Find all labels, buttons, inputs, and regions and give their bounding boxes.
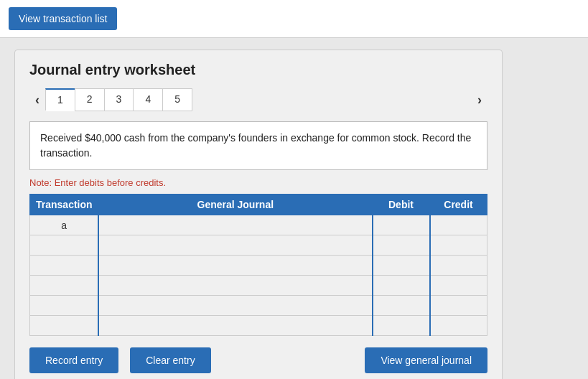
top-bar: View transaction list [0,0,588,38]
worksheet-box: Journal entry worksheet ‹ 1 2 3 4 5 › Re… [14,50,503,379]
tab-page-4[interactable]: 4 [133,88,162,111]
tab-page-2[interactable]: 2 [75,88,104,111]
tab-pages: 1 2 3 4 5 [45,88,192,111]
tab-page-1[interactable]: 1 [45,88,75,111]
table-row [30,276,487,296]
cell-credit-4[interactable] [430,296,487,316]
input-debit-3[interactable] [373,276,429,295]
header-general-journal: General Journal [98,195,372,215]
header-credit: Credit [430,195,487,215]
tab-page-5[interactable]: 5 [162,88,192,111]
cell-general-0[interactable] [98,215,372,235]
input-credit-4[interactable] [431,296,487,315]
worksheet-title: Journal entry worksheet [29,62,487,78]
table-row: a [30,215,487,235]
table-row [30,316,487,336]
input-debit-4[interactable] [373,296,429,315]
action-buttons: Record entry Clear entry View general jo… [29,347,487,373]
table-header-row: Transaction General Journal Debit Credit [30,195,487,215]
cell-credit-5[interactable] [430,316,487,336]
cell-general-1[interactable] [98,235,372,256]
table-row [30,235,487,256]
cell-general-3[interactable] [98,276,372,296]
cell-transaction-3 [30,276,99,296]
input-general-4[interactable] [99,296,371,315]
tab-navigation: ‹ 1 2 3 4 5 › [29,88,487,111]
input-general-1[interactable] [99,235,371,255]
view-general-journal-button[interactable]: View general journal [365,347,487,373]
cell-general-4[interactable] [98,296,372,316]
input-general-3[interactable] [99,276,371,295]
tab-page-3[interactable]: 3 [104,88,134,111]
input-debit-1[interactable] [373,235,429,255]
cell-transaction-0: a [30,215,99,235]
input-credit-0[interactable] [431,215,487,235]
input-general-2[interactable] [99,256,371,275]
table-row [30,296,487,316]
cell-credit-1[interactable] [430,235,487,256]
cell-debit-1[interactable] [373,235,430,256]
clear-entry-button[interactable]: Clear entry [130,347,210,373]
cell-debit-3[interactable] [373,276,430,296]
record-entry-button[interactable]: Record entry [29,347,118,373]
view-transactions-button[interactable]: View transaction list [9,7,117,30]
header-transaction: Transaction [30,195,99,215]
input-credit-5[interactable] [431,316,487,335]
cell-transaction-5 [30,316,99,336]
header-debit: Debit [373,195,430,215]
cell-debit-0[interactable] [373,215,430,235]
note-text: Note: Enter debits before credits. [29,177,487,188]
input-debit-5[interactable] [373,316,429,335]
prev-tab-arrow[interactable]: ‹ [29,90,45,111]
description-box: Received $40,000 cash from the company's… [29,121,487,170]
cell-credit-2[interactable] [430,256,487,276]
input-debit-0[interactable] [373,215,429,235]
cell-credit-3[interactable] [430,276,487,296]
next-tab-arrow[interactable]: › [472,90,487,111]
cell-debit-2[interactable] [373,256,430,276]
input-credit-3[interactable] [431,276,487,295]
cell-credit-0[interactable] [430,215,487,235]
cell-debit-4[interactable] [373,296,430,316]
input-general-0[interactable] [99,215,371,235]
journal-table: Transaction General Journal Debit Credit… [29,194,487,336]
cell-transaction-1 [30,235,99,256]
input-general-5[interactable] [99,316,371,335]
main-container: Journal entry worksheet ‹ 1 2 3 4 5 › Re… [0,38,588,379]
cell-transaction-4 [30,296,99,316]
cell-general-2[interactable] [98,256,372,276]
cell-debit-5[interactable] [373,316,430,336]
input-credit-1[interactable] [431,235,487,255]
input-credit-2[interactable] [431,256,487,275]
description-text: Received $40,000 cash from the company's… [40,132,471,159]
cell-general-5[interactable] [98,316,372,336]
table-row [30,256,487,276]
input-debit-2[interactable] [373,256,429,275]
cell-transaction-2 [30,256,99,276]
